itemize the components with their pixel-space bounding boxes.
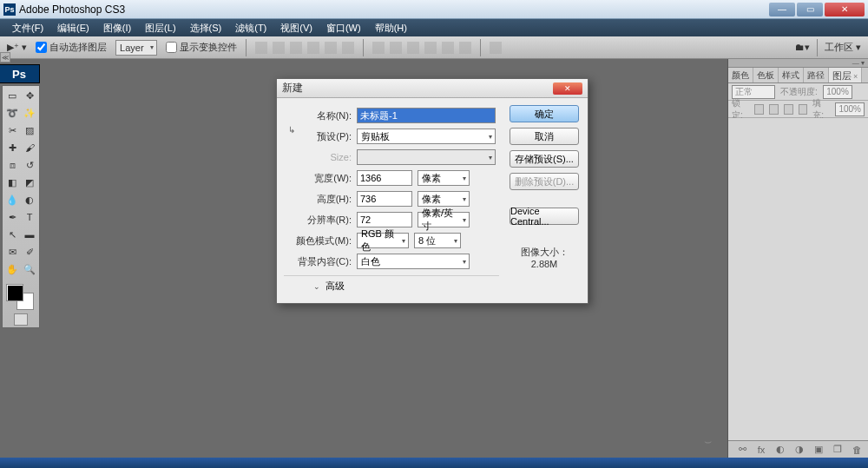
- distribute-icon[interactable]: [407, 42, 419, 54]
- lock-all-icon[interactable]: [784, 104, 793, 115]
- dialog-close-button[interactable]: ✕: [553, 82, 582, 95]
- notes-tool-icon[interactable]: ✉: [4, 244, 20, 260]
- tab-swatches[interactable]: 色板: [753, 68, 779, 82]
- resolution-field[interactable]: [357, 212, 412, 227]
- menu-help[interactable]: 帮助(H): [368, 20, 414, 36]
- name-field[interactable]: [357, 108, 496, 123]
- mask-icon[interactable]: ◐: [774, 444, 786, 456]
- menu-image[interactable]: 图像(I): [96, 20, 138, 36]
- dodge-tool-icon[interactable]: ◐: [22, 192, 37, 208]
- slice-tool-icon[interactable]: ▨: [22, 122, 37, 138]
- hand-tool-icon[interactable]: ✋: [4, 261, 20, 277]
- width-field[interactable]: [357, 170, 412, 186]
- close-icon[interactable]: ×: [853, 72, 858, 81]
- wand-tool-icon[interactable]: ✨: [22, 105, 37, 121]
- menu-select[interactable]: 选择(S): [183, 20, 229, 36]
- height-field[interactable]: [357, 191, 412, 207]
- history-brush-icon[interactable]: ↺: [22, 157, 37, 173]
- close-button[interactable]: ✕: [825, 3, 865, 16]
- gradient-tool-icon[interactable]: ◩: [22, 175, 37, 190]
- lock-position-icon[interactable]: [769, 104, 779, 115]
- workspace-menu[interactable]: 工作区 ▾: [825, 41, 861, 54]
- adjustment-icon[interactable]: ◑: [793, 444, 806, 456]
- align-icon[interactable]: [273, 42, 285, 54]
- dialog-titlebar[interactable]: 新建 ✕: [277, 79, 588, 98]
- menu-window[interactable]: 窗口(W): [319, 20, 368, 36]
- type-tool-icon[interactable]: T: [22, 209, 37, 225]
- pen-tool-icon[interactable]: ✒: [4, 209, 20, 225]
- stamp-tool-icon[interactable]: ⧈: [4, 157, 20, 173]
- move-tool-icon[interactable]: ✥: [22, 88, 37, 103]
- preset-select[interactable]: 剪贴板: [357, 129, 496, 144]
- auto-align-icon[interactable]: [490, 42, 502, 54]
- eraser-tool-icon[interactable]: ◧: [4, 175, 20, 190]
- save-preset-label: 存储预设(S)...: [515, 153, 574, 166]
- link-icon[interactable]: ⚯: [736, 444, 748, 456]
- lock-pixels-icon[interactable]: [754, 104, 764, 115]
- marquee-tool-icon[interactable]: ▭: [4, 88, 20, 103]
- heal-tool-icon[interactable]: ✚: [4, 140, 20, 155]
- tab-color[interactable]: 颜色: [728, 68, 753, 82]
- align-icon[interactable]: [342, 42, 354, 54]
- distribute-icon[interactable]: [372, 42, 385, 54]
- bit-depth-select[interactable]: 8 位: [414, 233, 461, 248]
- auto-select-checkbox[interactable]: 自动选择图层: [36, 41, 107, 54]
- trash-icon[interactable]: 🗑: [851, 444, 863, 456]
- brush-tool-icon[interactable]: 🖌: [22, 140, 37, 155]
- maximize-button[interactable]: ▭: [797, 3, 823, 16]
- color-mode-select[interactable]: RGB 颜色: [357, 233, 409, 248]
- fx-icon[interactable]: fx: [755, 444, 767, 456]
- minimize-button[interactable]: —: [769, 3, 795, 16]
- layers-list[interactable]: [728, 118, 868, 440]
- auto-select-input[interactable]: [36, 42, 47, 53]
- distribute-icon[interactable]: [442, 42, 454, 54]
- menu-view[interactable]: 视图(V): [273, 20, 319, 36]
- collapse-toggle[interactable]: ≪: [0, 52, 10, 63]
- blur-tool-icon[interactable]: 💧: [4, 192, 20, 208]
- advanced-toggle[interactable]: ⌄ 高级: [284, 275, 499, 296]
- distribute-icon[interactable]: [390, 42, 402, 54]
- lasso-tool-icon[interactable]: ➰: [4, 105, 20, 121]
- width-unit-select[interactable]: 像素: [418, 170, 470, 186]
- eyedropper-tool-icon[interactable]: ✐: [22, 244, 37, 260]
- align-icon[interactable]: [307, 42, 319, 54]
- menu-filter[interactable]: 滤镜(T): [228, 20, 273, 36]
- menu-file[interactable]: 文件(F): [5, 20, 50, 36]
- show-transform-input[interactable]: [166, 42, 177, 53]
- bg-select[interactable]: 白色: [357, 254, 470, 269]
- new-layer-icon[interactable]: ❐: [832, 444, 844, 456]
- fg-color-swatch[interactable]: [6, 284, 23, 301]
- cancel-button[interactable]: 取消: [510, 128, 579, 145]
- zoom-tool-icon[interactable]: 🔍: [22, 261, 37, 277]
- ok-button[interactable]: 确定: [510, 105, 579, 122]
- align-icon[interactable]: [255, 42, 267, 54]
- distribute-icon[interactable]: [459, 42, 471, 54]
- show-transform-checkbox[interactable]: 显示变换控件: [166, 41, 237, 54]
- shape-tool-icon[interactable]: ▬: [22, 227, 37, 242]
- layer-combo[interactable]: Layer: [115, 40, 157, 56]
- resolution-unit-select[interactable]: 像素/英寸: [418, 212, 470, 227]
- fill-value[interactable]: 100%: [835, 102, 865, 116]
- color-swatches[interactable]: [4, 282, 37, 310]
- ps-badge[interactable]: Ps: [0, 64, 40, 83]
- go-bridge-icon[interactable]: 🖿▾: [795, 42, 810, 53]
- lock-transparent-icon[interactable]: [799, 104, 808, 115]
- tab-layers[interactable]: 图层×: [829, 68, 862, 82]
- device-central-button[interactable]: Device Central...: [510, 208, 579, 225]
- align-icon[interactable]: [290, 42, 302, 54]
- height-unit-select[interactable]: 像素: [418, 191, 470, 207]
- panel-collapse-icon[interactable]: — ▾: [728, 59, 868, 68]
- crop-tool-icon[interactable]: ✂: [4, 122, 20, 138]
- tab-styles[interactable]: 样式: [779, 68, 804, 82]
- bit-depth-value: 8 位: [418, 234, 436, 247]
- menu-edit[interactable]: 编辑(E): [50, 20, 96, 36]
- folder-icon[interactable]: ▣: [812, 444, 825, 456]
- save-preset-button[interactable]: 存储预设(S)...: [510, 150, 579, 168]
- path-tool-icon[interactable]: ↖: [4, 227, 20, 242]
- taskbar[interactable]: [0, 458, 868, 468]
- standard-mode-icon[interactable]: [14, 313, 28, 326]
- align-icon[interactable]: [325, 42, 337, 54]
- tab-paths[interactable]: 路径: [804, 68, 829, 82]
- menu-layer[interactable]: 图层(L): [138, 20, 182, 36]
- distribute-icon[interactable]: [424, 42, 437, 54]
